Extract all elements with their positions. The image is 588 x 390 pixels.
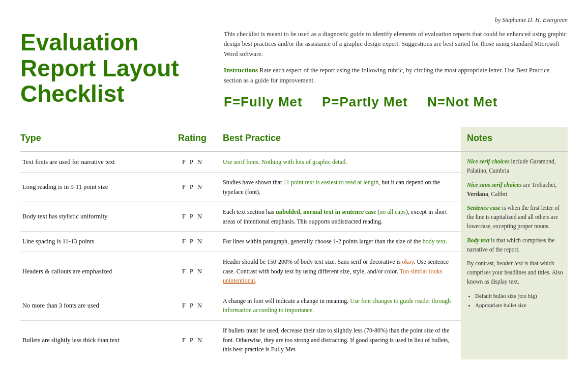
row1-rating: F P N bbox=[178, 152, 219, 173]
row7-rating-n[interactable]: N bbox=[197, 336, 202, 345]
col-header-rating: Rating bbox=[178, 127, 219, 152]
row5-rating-n[interactable]: N bbox=[197, 267, 202, 276]
row7-type: Bullets are slightly less thick than tex… bbox=[20, 321, 178, 359]
row2-rating-p[interactable]: P bbox=[190, 182, 193, 192]
rating-legend: F=Fully Met P=Partly Met N=Not Met bbox=[224, 92, 568, 112]
row4-rating: F P N bbox=[178, 232, 219, 252]
row6-type: No more than 3 fonts are used bbox=[20, 291, 178, 321]
note-header-text: By contrast, header text is that which c… bbox=[467, 259, 564, 286]
instructions-text: Instructions Rate each aspect of the rep… bbox=[224, 65, 568, 86]
row2-type: Long reading is in 9-11 point size bbox=[20, 173, 178, 202]
row4-rating-p[interactable]: P bbox=[190, 237, 193, 246]
row3-bp: Each text section has unbolded, normal t… bbox=[219, 202, 461, 232]
row5-type: Headers & callouts are emphasized bbox=[20, 252, 178, 291]
row3-rating-f[interactable]: F bbox=[182, 212, 186, 221]
intro-block: This checklist is meant to be used as a … bbox=[224, 30, 568, 112]
bullet-item-1: Default bullet size (too big) bbox=[475, 292, 564, 300]
row6-rating-f[interactable]: F bbox=[182, 301, 186, 311]
row1-rating-n[interactable]: N bbox=[197, 157, 202, 167]
row1-bp: Use serif fonts. Nothing with lots of gr… bbox=[219, 152, 461, 173]
row7-bp: If bullets must be used, decrease their … bbox=[219, 321, 461, 359]
row5-rating-p[interactable]: P bbox=[190, 267, 193, 276]
byline: by Stephanie D. H. Evergreen bbox=[20, 15, 568, 24]
row4-rating-n[interactable]: N bbox=[197, 237, 202, 246]
header-section: Evaluation Report Layout Checklist This … bbox=[20, 30, 568, 112]
row1-rating-f[interactable]: F bbox=[182, 157, 186, 167]
col-header-type: Type bbox=[20, 127, 178, 152]
row7-rating-p[interactable]: P bbox=[190, 336, 193, 345]
note-bullets: Default bullet size (too big) Appropriat… bbox=[467, 292, 564, 310]
row4-type: Line spacing is 11-13 points bbox=[20, 232, 178, 252]
row7-rating: F P N bbox=[178, 321, 219, 359]
row5-bp: Header should be 150-200% of body text s… bbox=[219, 252, 461, 291]
row4-bp: For lines within paragraph, generally ch… bbox=[219, 232, 461, 252]
note-sans-serif-choices: Nice sans serif choices are Trebuchet, V… bbox=[467, 181, 564, 199]
row1-type: Text fonts are used for narrative text bbox=[20, 152, 178, 173]
row6-bp: A change in font will indicate a change … bbox=[219, 291, 461, 321]
row5-rating-f[interactable]: F bbox=[182, 267, 186, 276]
row3-rating: F P N bbox=[178, 202, 219, 232]
row3-rating-n[interactable]: N bbox=[197, 212, 202, 221]
row1-rating-p[interactable]: P bbox=[190, 157, 193, 167]
col-header-notes: Notes bbox=[461, 127, 568, 152]
note-body-text: Body text is that which comprises the na… bbox=[467, 236, 564, 255]
row2-rating: F P N bbox=[178, 173, 219, 202]
intro-description: This checklist is meant to be used as a … bbox=[224, 30, 568, 59]
row2-rating-f[interactable]: F bbox=[182, 182, 186, 192]
col-header-bp: Best Practice bbox=[219, 127, 461, 152]
row4-rating-f[interactable]: F bbox=[182, 237, 186, 246]
note-sentence-case: Sentence case is when the first letter o… bbox=[467, 204, 564, 231]
note-serif-choices: Nice serif choices include Garamond, Pal… bbox=[467, 157, 564, 176]
row5-rating: F P N bbox=[178, 252, 219, 291]
notes-panel: Nice serif choices include Garamond, Pal… bbox=[461, 152, 568, 359]
bullet-item-2: Appropriate bullet size bbox=[475, 301, 564, 310]
row3-type: Body text has stylistic uniformity bbox=[20, 202, 178, 232]
row3-rating-p[interactable]: P bbox=[190, 212, 193, 221]
main-content-grid: Type Rating Best Practice Notes Text fon… bbox=[20, 127, 568, 359]
row7-rating-f[interactable]: F bbox=[182, 336, 186, 345]
row2-rating-n[interactable]: N bbox=[197, 182, 202, 192]
row6-rating-n[interactable]: N bbox=[197, 301, 202, 311]
main-title: Evaluation Report Layout Checklist bbox=[20, 30, 203, 107]
row2-bp: Studies have shown that 11 point text is… bbox=[219, 173, 461, 202]
row6-rating: F P N bbox=[178, 291, 219, 321]
title-block: Evaluation Report Layout Checklist bbox=[20, 30, 203, 112]
row6-rating-p[interactable]: P bbox=[190, 301, 193, 311]
